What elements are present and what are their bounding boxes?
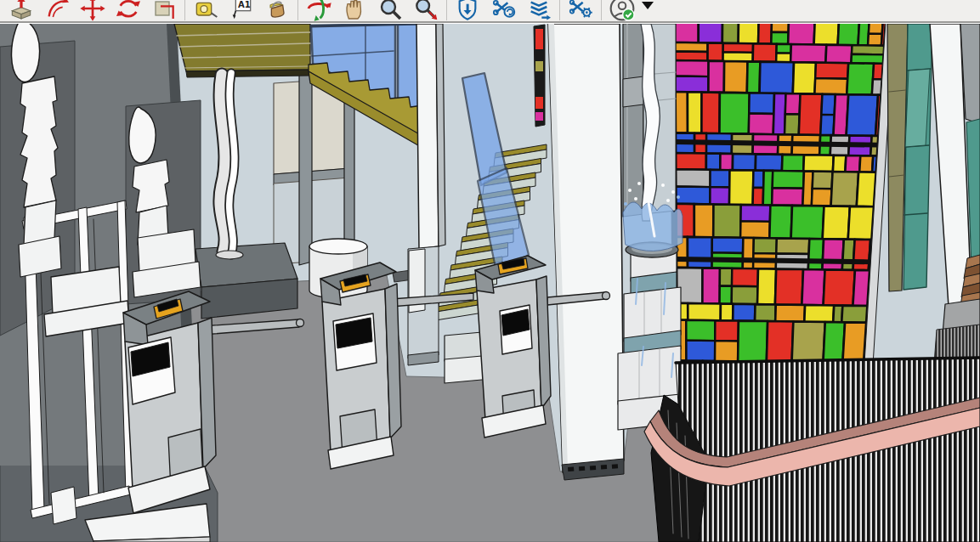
move-icon bbox=[79, 0, 106, 22]
pan-icon bbox=[341, 0, 368, 22]
paint-bucket-tool-button[interactable] bbox=[259, 0, 295, 23]
viewport[interactable] bbox=[0, 24, 980, 542]
plugin-sync-tool-button[interactable] bbox=[485, 0, 521, 23]
account-icon bbox=[609, 0, 636, 22]
push-pull-tool-button[interactable] bbox=[3, 0, 39, 23]
plugin-export-tool-button[interactable] bbox=[521, 0, 557, 23]
rotate-icon bbox=[115, 0, 142, 22]
toolbar-separator bbox=[184, 0, 185, 20]
text-icon: A1 bbox=[228, 0, 255, 22]
toolbar-separator bbox=[601, 0, 602, 20]
sketchup-window: A1 bbox=[0, 0, 980, 542]
rotate-tool-button[interactable] bbox=[110, 0, 146, 23]
tape-measure-tool-button[interactable] bbox=[188, 0, 224, 23]
text-tool-button[interactable]: A1 bbox=[224, 0, 259, 23]
fountain bbox=[618, 24, 683, 430]
tape-measure-icon bbox=[192, 0, 219, 22]
stained-glass-wall bbox=[670, 24, 894, 384]
offset-tool-button[interactable] bbox=[146, 0, 182, 23]
paint-bucket-icon bbox=[263, 0, 291, 22]
reception-desk bbox=[644, 358, 980, 542]
zoom-tool-button[interactable] bbox=[372, 0, 408, 23]
account-menu-caret-icon[interactable] bbox=[642, 2, 654, 9]
plugin-settings-icon bbox=[567, 0, 594, 22]
plugin-sync-icon bbox=[490, 0, 517, 22]
follow-me-icon bbox=[43, 0, 71, 22]
toolbar-separator bbox=[559, 0, 560, 20]
plugin-settings-tool-button[interactable] bbox=[563, 0, 598, 23]
zoom-icon bbox=[377, 0, 404, 22]
account-button[interactable] bbox=[604, 0, 640, 23]
follow-me-tool-button[interactable] bbox=[39, 0, 75, 23]
toolbar-separator bbox=[446, 0, 447, 20]
model-3d-scene[interactable] bbox=[0, 24, 980, 542]
zoom-extents-tool-button[interactable] bbox=[408, 0, 444, 23]
pan-tool-button[interactable] bbox=[337, 0, 372, 23]
svg-text:A1: A1 bbox=[238, 0, 251, 9]
toolbar-separator bbox=[297, 0, 298, 20]
plugin-import-icon bbox=[454, 0, 481, 22]
orbit-icon bbox=[305, 0, 332, 22]
push-pull-icon bbox=[8, 0, 35, 22]
plugin-export-icon bbox=[525, 0, 552, 22]
main-toolbar: A1 bbox=[0, 0, 980, 23]
zoom-extents-icon bbox=[412, 0, 439, 22]
plugin-import-tool-button[interactable] bbox=[450, 0, 485, 23]
orbit-tool-button[interactable] bbox=[301, 0, 337, 23]
offset-icon bbox=[150, 0, 178, 22]
move-tool-button[interactable] bbox=[75, 0, 110, 23]
